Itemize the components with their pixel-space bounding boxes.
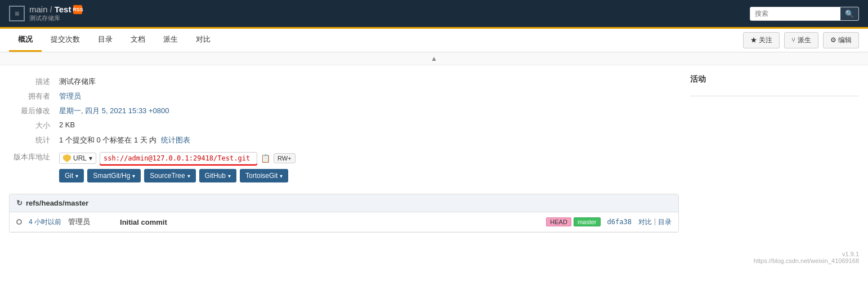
footer-url[interactable]: https://blog.csdn.net/weixin_41069168 [754,257,859,264]
clone-git-label: Git [65,172,73,180]
commit-message: Initial commit [120,218,539,226]
desc-label: 描述 [9,74,55,89]
sub-nav-actions: ★ 关注 ⑂ 派生 ⚙ 编辑 [743,29,859,52]
sourcetree-caret: ▾ [187,173,190,179]
commit-dot [16,219,22,225]
tab-docs[interactable]: 文档 [122,29,154,52]
meta-row-size: 大小 2 KB [9,118,679,133]
url-label: 版本库地址 [9,148,55,185]
follow-button[interactable]: ★ 关注 [743,32,780,48]
url-badge-label: URL [73,154,87,162]
tab-forks[interactable]: 派生 [154,29,187,52]
search-box: 🔍 [750,7,859,21]
top-bar-right: 🔍 [750,7,859,21]
commits-section: ↻ refs/heads/master 4 小时以前 管理员 Initial c… [9,194,679,233]
edit-button[interactable]: ⚙ 编辑 [823,32,859,48]
right-panel: 活动 [690,74,859,233]
footer-version: v1.9.1 [9,251,859,257]
copy-url-button[interactable]: 📋 [261,154,270,163]
expand-bar: ▲ [0,52,868,65]
modified-label: 最后修改 [9,104,55,118]
url-value-cell: URL ▾ 📋 RW+ Git ▾ Sma [55,148,679,185]
tab-tree[interactable]: 目录 [89,29,122,52]
commit-tags: HEAD master [546,217,600,226]
left-panel: 描述 测试存储库 拥有者 管理员 最后修改 星期一, 四月 5, 2021 15… [9,74,679,233]
modified-value: 星期一, 四月 5, 2021 15:33 +0800 [55,104,679,118]
search-button[interactable]: 🔍 [840,7,858,20]
breadcrumb: main / Test RSS 测试存储库 [29,5,82,23]
clone-github-label: GitHub [205,172,226,180]
rss-icon[interactable]: RSS [73,5,82,14]
url-dropdown-caret[interactable]: ▾ [89,154,92,162]
commits-branch: refs/heads/master [26,199,88,207]
tab-overview[interactable]: 概况 [9,29,42,52]
clone-smartgit-label: SmartGit/Hg [93,172,130,180]
shield-icon [63,154,71,162]
tab-commits[interactable]: 提交次数 [42,29,89,52]
repo-subtitle: 测试存储库 [29,14,82,23]
url-input[interactable] [100,152,257,164]
table-row: 4 小时以前 管理员 Initial commit HEAD master d6… [10,212,678,232]
stats-label: 统计 [9,133,55,148]
fork-button[interactable]: ⑂ 派生 [784,32,818,48]
sub-nav: 概况 提交次数 目录 文档 派生 对比 ★ 关注 ⑂ 派生 ⚙ 编辑 [0,29,868,52]
clone-buttons: Git ▾ SmartGit/Hg ▾ SourceTree ▾ GitHu [59,169,674,182]
refresh-icon: ↻ [16,199,23,207]
breadcrumb-title: main / Test RSS [29,5,82,14]
search-input[interactable] [750,7,840,20]
sub-nav-tabs: 概况 提交次数 目录 文档 派生 对比 [9,29,220,52]
clone-github-button[interactable]: GitHub ▾ [199,169,236,182]
meta-row-owner: 拥有者 管理员 [9,89,679,104]
commit-action-sep: | [654,217,656,227]
clone-git-button[interactable]: Git ▾ [59,169,84,182]
repo-icon: ≡ [9,6,25,21]
clone-smartgit-button[interactable]: SmartGit/Hg ▾ [87,169,141,182]
expand-arrow[interactable]: ▲ [431,55,437,63]
stats-text: 1 个提交和 0 个标签在 1 天 内 [59,136,156,144]
url-badge[interactable]: URL ▾ [59,153,96,164]
tortoisegit-caret: ▾ [280,173,283,179]
activity-title: 活动 [690,74,859,84]
commit-tree-link[interactable]: 目录 [658,217,672,227]
footer: v1.9.1 https://blog.csdn.net/weixin_4106… [0,242,868,273]
main-content: 描述 测试存储库 拥有者 管理员 最后修改 星期一, 四月 5, 2021 15… [0,65,868,242]
commit-time: 4 小时以前 [29,217,61,227]
owner-link[interactable]: 管理员 [59,92,81,100]
tab-compare[interactable]: 对比 [187,29,220,52]
smartgit-caret: ▾ [132,173,135,179]
top-bar-left: ≡ main / Test RSS 测试存储库 [9,5,82,23]
meta-row-modified: 最后修改 星期一, 四月 5, 2021 15:33 +0800 [9,104,679,118]
commit-hash[interactable]: d6fa38 [607,218,632,226]
url-row: URL ▾ 📋 RW+ [59,152,674,164]
commits-header: ↻ refs/heads/master [10,194,678,212]
footer-link: https://blog.csdn.net/weixin_41069168 [9,257,859,264]
top-bar: ≡ main / Test RSS 测试存储库 🔍 [0,0,868,29]
meta-row-url: 版本库地址 URL ▾ 📋 RW+ [9,148,679,185]
rw-badge: RW+ [274,153,296,163]
commit-time-link[interactable]: 4 小时以前 [29,218,61,226]
stats-chart-link[interactable]: 统计图表 [161,136,190,144]
size-label: 大小 [9,118,55,133]
stats-value: 1 个提交和 0 个标签在 1 天 内 统计图表 [55,133,679,148]
github-caret: ▾ [228,173,231,179]
breadcrumb-repo: Test [55,5,71,14]
meta-table: 描述 测试存储库 拥有者 管理员 最后修改 星期一, 四月 5, 2021 15… [9,74,679,185]
desc-value: 测试存储库 [55,74,679,89]
meta-row-stats: 统计 1 个提交和 0 个标签在 1 天 内 统计图表 [9,133,679,148]
clone-sourcetree-label: SourceTree [150,172,185,180]
clone-tortoisegit-button[interactable]: TortoiseGit ▾ [240,169,288,182]
activity-divider [690,96,859,96]
clone-tortoisegit-label: TortoiseGit [245,172,278,180]
breadcrumb-main[interactable]: main [29,5,48,14]
size-value: 2 KB [55,118,679,133]
tag-master: master [574,217,601,226]
clone-sourcetree-button[interactable]: SourceTree ▾ [144,169,195,182]
owner-label: 拥有者 [9,89,55,104]
modified-link[interactable]: 星期一, 四月 5, 2021 15:33 +0800 [59,106,169,115]
breadcrumb-sep: / [50,5,52,14]
commit-compare-link[interactable]: 对比 [638,217,652,227]
meta-row-desc: 描述 测试存储库 [9,74,679,89]
owner-value: 管理员 [55,89,679,104]
tag-head: HEAD [546,217,571,226]
git-caret: ▾ [75,173,78,179]
